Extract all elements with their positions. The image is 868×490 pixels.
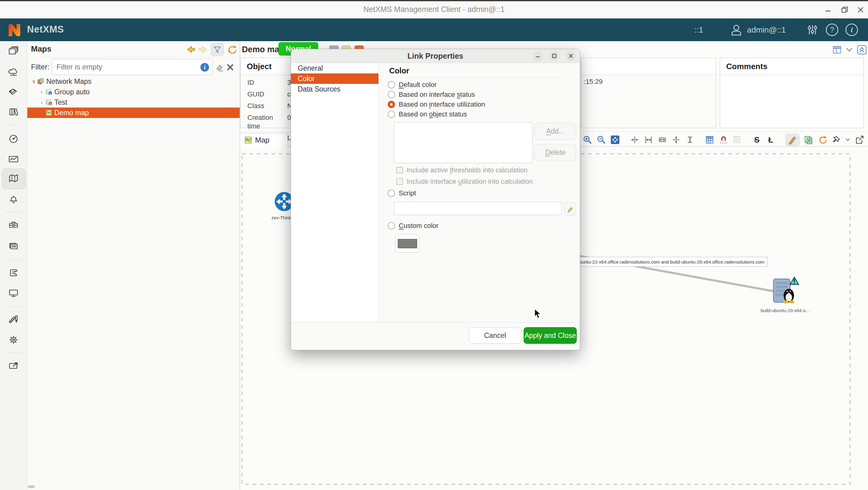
zoom-out-icon[interactable] (596, 135, 606, 145)
dot-grid-icon[interactable] (732, 135, 742, 145)
checkbox-include-active-thresholds[interactable]: Include active thresholds into calculati… (396, 166, 528, 174)
align-h-1-icon[interactable] (630, 135, 640, 145)
grid-table-icon[interactable] (705, 135, 715, 145)
radio-based-on-object-status[interactable]: Based on object status (388, 110, 467, 118)
radio-button-icon[interactable] (388, 222, 395, 229)
edit-pencil-icon[interactable] (785, 134, 800, 146)
checkbox-icon[interactable] (396, 178, 403, 185)
collapse-panel-icon[interactable] (857, 45, 867, 55)
rail-item-card-stack-icon[interactable] (7, 239, 20, 253)
window-restore-button[interactable] (839, 4, 851, 16)
rail-item-ruler-pencil-icon[interactable] (7, 312, 20, 326)
script-input[interactable] (394, 202, 562, 215)
dialog-minimize-button[interactable] (532, 51, 543, 61)
map-node-linux-server[interactable] (770, 276, 799, 306)
stretch-h-icon[interactable] (657, 135, 667, 145)
help-button[interactable]: ? (825, 19, 839, 41)
checkbox-icon[interactable] (396, 167, 403, 174)
dialog-nav-color[interactable]: Color (291, 74, 378, 84)
tree-chevron-icon[interactable]: ∨ (30, 78, 37, 85)
radio-based-on-interface-status[interactable]: Based on interface status (388, 91, 475, 98)
link-properties-dialog: Link Properties GeneralColorData Sources… (291, 49, 580, 350)
dialog-nav-list: GeneralColorData Sources (291, 63, 378, 322)
rail-item-folded-map-icon[interactable] (7, 172, 20, 185)
dialog-maximize-button[interactable] (549, 51, 560, 61)
snap-magnet-icon[interactable] (718, 135, 728, 145)
svg-text:x: x (50, 91, 51, 95)
rail-item-export-window-icon[interactable] (7, 359, 20, 373)
svg-text:x: x (50, 102, 51, 105)
chevron-down-small-icon[interactable] (845, 135, 850, 145)
radio-based-on-interface-utilization[interactable]: Based on interface utilization (388, 100, 485, 109)
maps-sidebar: Maps Filter: i ∨xNetwork Maps›xGroup aut… (27, 41, 240, 490)
radio-custom-color[interactable]: Custom color (388, 222, 439, 230)
perspective-rail (0, 41, 27, 490)
custom-color-swatch[interactable] (395, 234, 419, 253)
filter-close-icon[interactable] (226, 63, 234, 71)
window-minimize-button[interactable] (822, 4, 834, 16)
copy-decorations-icon[interactable] (804, 135, 813, 145)
rail-item-bell-icon[interactable] (7, 192, 20, 206)
radio-button-icon[interactable] (388, 111, 395, 118)
radio-script[interactable]: Script (388, 189, 416, 197)
script-edit-button[interactable] (564, 202, 576, 215)
refresh-icon[interactable] (227, 45, 237, 54)
interface-list[interactable] (394, 122, 533, 163)
rail-item-toolbox-icon[interactable] (7, 218, 20, 231)
rail-item-cloud-network-icon[interactable] (7, 65, 20, 79)
apply-and-close-button[interactable]: Apply and Close (524, 327, 577, 344)
stretch-v-icon[interactable] (685, 135, 695, 145)
zoom-in-icon[interactable] (583, 135, 592, 145)
map-link-label[interactable]: ubuntu-22-x64.office.radensolutions.com … (574, 257, 767, 267)
rail-item-line-chart-icon[interactable] (7, 152, 20, 166)
rail-item-scroll-icon[interactable] (7, 266, 20, 280)
tab-map[interactable]: Map (240, 133, 288, 147)
radio-default-color[interactable]: Default color (388, 81, 437, 89)
rail-item-monitor-icon[interactable] (7, 286, 20, 300)
radio-button-icon[interactable] (388, 91, 395, 98)
radio-button-icon[interactable] (388, 101, 395, 108)
preferences-button[interactable] (806, 19, 819, 41)
rail-item-books-icon[interactable] (7, 105, 20, 119)
checkbox-label: Include active thresholds into calculati… (407, 166, 528, 174)
delete-button[interactable]: Delete (535, 144, 576, 161)
about-button[interactable]: i (845, 19, 859, 41)
layout-columns-icon[interactable] (832, 45, 842, 54)
rail-item-tags-icon[interactable] (7, 85, 20, 99)
cancel-button[interactable]: Cancel (469, 327, 521, 344)
rail-item-gauge-icon[interactable] (7, 132, 20, 145)
align-h-2-icon[interactable] (644, 135, 653, 145)
tree-item-group-auto[interactable]: ›xGroup auto (27, 87, 240, 97)
radio-button-icon[interactable] (388, 190, 395, 197)
filter-clear-eraser-icon[interactable] (215, 63, 224, 72)
dialog-close-button[interactable] (566, 51, 576, 61)
rail-item-gear-icon[interactable] (7, 333, 20, 347)
filter-icon[interactable] (211, 43, 224, 56)
dialog-nav-data-sources[interactable]: Data Sources (291, 84, 378, 94)
user-menu[interactable]: admin@::1 (730, 19, 786, 41)
link-l-icon[interactable]: Ł (766, 135, 776, 145)
forward-arrow-icon[interactable] (198, 45, 208, 54)
status-s-icon[interactable]: S (752, 135, 762, 145)
filter-input[interactable] (52, 59, 213, 75)
tree-item-demo-map[interactable]: Demo map (27, 108, 240, 118)
chevron-down-icon[interactable] (846, 48, 852, 52)
align-v-icon[interactable] (671, 135, 681, 145)
add-button[interactable]: Add... (535, 123, 576, 140)
svg-text:?: ? (830, 26, 834, 34)
open-external-icon[interactable] (855, 135, 864, 145)
tree-item-test[interactable]: ›xTest (27, 97, 240, 108)
zoom-fit-icon[interactable] (610, 135, 620, 145)
tree-chevron-icon[interactable]: › (38, 99, 45, 106)
rail-item-stacked-windows-icon[interactable] (7, 44, 20, 58)
dialog-nav-general[interactable]: General (291, 63, 378, 74)
radio-button-icon[interactable] (388, 81, 395, 88)
back-arrow-icon[interactable] (186, 45, 195, 54)
pin-icon[interactable] (831, 135, 841, 145)
tree-item-network-maps[interactable]: ∨xNetwork Maps (27, 76, 240, 87)
checkbox-include-interface-utilization[interactable]: Include interface utilization into calcu… (396, 178, 533, 185)
tree-chevron-icon[interactable]: › (38, 89, 45, 95)
window-close-button[interactable] (855, 4, 867, 16)
horizontal-scrollbar[interactable] (28, 485, 35, 488)
refresh-icon[interactable] (817, 135, 827, 145)
